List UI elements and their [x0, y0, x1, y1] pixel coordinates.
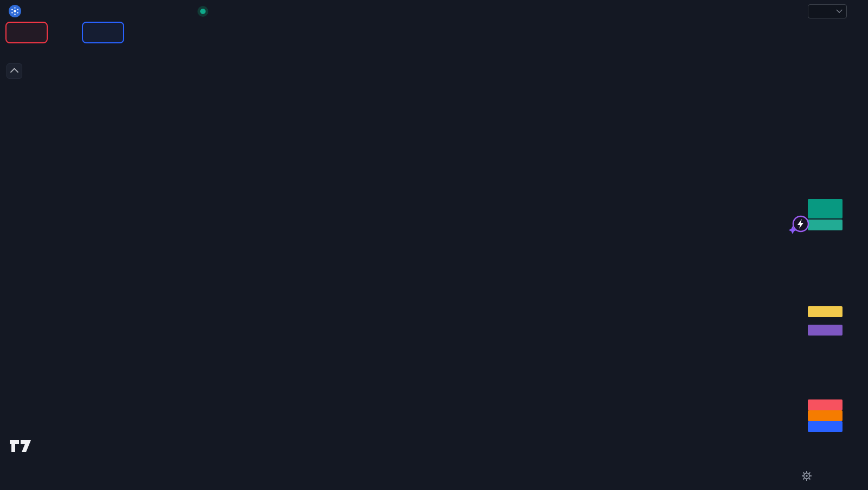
macd-line-badge [808, 421, 843, 432]
flash-promo-icon[interactable] [788, 215, 810, 235]
macd-hist-badge [808, 399, 843, 410]
chevron-up-icon [10, 68, 19, 76]
currency-dropdown[interactable] [808, 4, 847, 18]
chevron-down-icon [836, 7, 842, 13]
tradingview-logo [10, 439, 37, 453]
volume-badge [808, 220, 843, 230]
buy-button[interactable] [82, 22, 124, 43]
chart-canvas[interactable] [0, 0, 868, 490]
rsi-ma-badge [808, 306, 843, 317]
rsi-badge [808, 325, 843, 336]
sell-button[interactable] [5, 22, 48, 43]
macd-signal-badge [808, 410, 843, 421]
volume-study-legend[interactable] [7, 50, 12, 59]
cardano-logo-icon[interactable] [9, 5, 21, 20]
collapse-panel-button[interactable] [7, 63, 22, 79]
tradingview-mark-icon [10, 439, 31, 453]
market-status-dot [197, 6, 208, 17]
timezone-settings-gear-icon[interactable] [801, 470, 813, 482]
current-price-badge [808, 199, 843, 218]
tradingview-chart-window [0, 0, 868, 490]
